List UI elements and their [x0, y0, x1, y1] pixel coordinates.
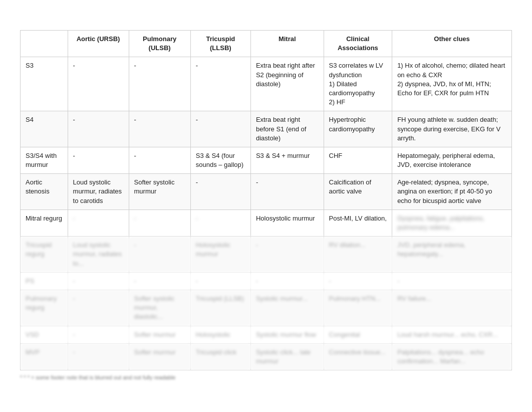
row-aortic: - — [68, 326, 129, 343]
row-tricuspid: - — [190, 210, 250, 236]
row-clinical: CHF — [324, 147, 392, 173]
row-label: Tricuspid regurg — [21, 237, 68, 273]
row-pulmonary: - — [129, 57, 190, 111]
row-other: Hepatomegaly, peripheral edema, JVD, exe… — [392, 147, 512, 173]
table-row: Tricuspid regurg Loud systolic murmur, r… — [21, 237, 512, 273]
row-clinical: RV dilation... — [324, 237, 392, 273]
row-other: Palpitations... dyspnea... echo confirma… — [392, 343, 512, 370]
row-tricuspid: - — [190, 174, 250, 210]
row-clinical: Congenital — [324, 326, 392, 343]
row-label: Aorticstenosis — [21, 174, 68, 210]
row-other: FH young athlete w. sudden death; syncop… — [392, 111, 512, 147]
row-aortic: - — [68, 111, 129, 147]
row-label: VSD — [21, 326, 68, 343]
row-label: S3/S4 withmurmur — [21, 147, 68, 173]
footer-note: * * * = some footer note that is blurred… — [20, 374, 512, 380]
page-wrapper: Aortic (URSB) Pulmonary(ULSB) Tricuspid … — [0, 0, 532, 400]
row-tricuspid: S3 & S4 (four sounds – gallop) — [190, 147, 250, 173]
row-mitral: Extra beat right before S1 (end of diast… — [250, 111, 324, 147]
row-mitral: - — [250, 272, 324, 290]
row-clinical: Calcification of aortic valve — [324, 174, 392, 210]
row-pulmonary: Softer murmur — [129, 343, 190, 370]
row-mitral: Systolic murmur flow — [250, 326, 324, 343]
col-header-aortic: Aortic (URSB) — [68, 31, 129, 57]
row-other: JVD, peripheral edema, hepatomegaly... — [392, 237, 512, 273]
row-mitral: Holosystolic murmur — [250, 210, 324, 236]
table-row: MVP - Softer murmur Tricuspid click Syst… — [21, 343, 512, 370]
row-aortic: - — [68, 290, 129, 326]
row-clinical: S3 correlates w LV dysfunction1) Dilated… — [324, 57, 392, 111]
row-clinical: Post-MI, LV dilation, — [324, 210, 392, 236]
row-clinical: Connective tissue... — [324, 343, 392, 370]
row-label: S4 — [21, 111, 68, 147]
table-row: Mitral regurg - - - Holosystolic murmur … — [21, 210, 512, 236]
row-mitral: Systolic murmur... — [250, 290, 324, 326]
table-header-row: Aortic (URSB) Pulmonary(ULSB) Tricuspid … — [21, 31, 512, 57]
row-clinical: Pulmonary HTN... — [324, 290, 392, 326]
row-other: Age-related; dyspnea, syncope, angina on… — [392, 174, 512, 210]
row-pulmonary: - — [129, 210, 190, 236]
row-tricuspid: Tricuspid click — [190, 343, 250, 370]
row-other: 1) Hx of alcohol, chemo; dilated heart o… — [392, 57, 512, 111]
row-mitral: - — [250, 237, 324, 273]
table-row: Pulmonary regurg - Softer systolic murmu… — [21, 290, 512, 326]
col-header-clinical: Clinical Associations — [324, 31, 392, 57]
row-label: MVP — [21, 343, 68, 370]
row-aortic: - — [68, 147, 129, 173]
row-aortic: Loud systolic murmur, radiates to... — [68, 237, 129, 273]
row-pulmonary: - — [129, 272, 190, 290]
row-pulmonary: - — [129, 147, 190, 173]
row-aortic: - — [68, 272, 129, 290]
col-header-tricuspid: Tricuspid (LLSB) — [190, 31, 250, 57]
col-header-pulmonary: Pulmonary(ULSB) — [129, 31, 190, 57]
row-pulmonary: Softer systolic murmur — [129, 174, 190, 210]
row-mitral: Extra beat right after S2 (beginning of … — [250, 57, 324, 111]
row-pulmonary: Softer systolic murmur, diastolic... — [129, 290, 190, 326]
row-tricuspid: - — [190, 272, 250, 290]
row-other: - — [392, 272, 512, 290]
row-label: Mitral regurg — [21, 210, 68, 236]
col-header-mitral: Mitral — [250, 31, 324, 57]
row-tricuspid: - — [190, 111, 250, 147]
murmur-table: Aortic (URSB) Pulmonary(ULSB) Tricuspid … — [20, 30, 512, 370]
table-row: Aorticstenosis Loud systolic murmur, rad… — [21, 174, 512, 210]
row-clinical: Hypertrophic cardiomyopathy — [324, 111, 392, 147]
col-header-other: Other clues — [392, 31, 512, 57]
table-row: S4 - - - Extra beat right before S1 (end… — [21, 111, 512, 147]
row-tricuspid: - — [190, 57, 250, 111]
table-row: S3 - - - Extra beat right after S2 (begi… — [21, 57, 512, 111]
row-tricuspid: Tricuspid (LLSB) — [190, 290, 250, 326]
row-tricuspid: Holosystolic murmur — [190, 237, 250, 273]
row-pulmonary: - — [129, 111, 190, 147]
row-label: Pulmonary regurg — [21, 290, 68, 326]
table-row: PS - - - - - - — [21, 272, 512, 290]
col-header-label — [21, 31, 68, 57]
row-pulmonary: Softer murmur — [129, 326, 190, 343]
row-tricuspid: Holosystolic — [190, 326, 250, 343]
row-other: RV failure... — [392, 290, 512, 326]
row-other: Dyspnea, fatigue, palpitations, pulmonar… — [392, 210, 512, 236]
row-clinical: - — [324, 272, 392, 290]
row-mitral: S3 & S4 + murmur — [250, 147, 324, 173]
row-aortic: Loud systolic murmur, radiates to caroti… — [68, 174, 129, 210]
table-row: VSD - Softer murmur Holosystolic Systoli… — [21, 326, 512, 343]
row-label: PS — [21, 272, 68, 290]
row-pulmonary: - — [129, 237, 190, 273]
row-mitral: - — [250, 174, 324, 210]
row-other: Loud harsh murmur... echo, CXR... — [392, 326, 512, 343]
row-label: S3 — [21, 57, 68, 111]
table-row: S3/S4 withmurmur - - S3 & S4 (four sound… — [21, 147, 512, 173]
row-aortic: - — [68, 343, 129, 370]
row-mitral: Systolic click... late murmur — [250, 343, 324, 370]
row-aortic: - — [68, 57, 129, 111]
row-aortic: - — [68, 210, 129, 236]
